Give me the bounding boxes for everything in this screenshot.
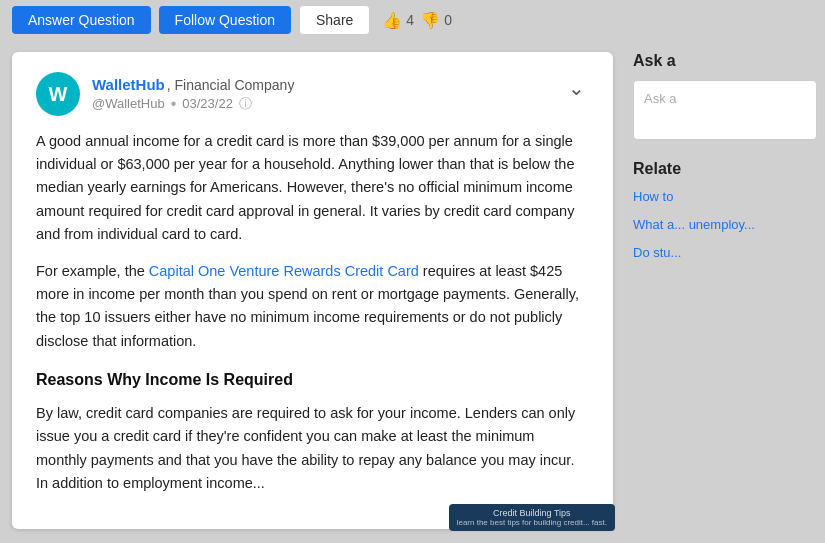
author-name[interactable]: WalletHub: [92, 76, 165, 93]
credit-badge-line1: Credit Building Tips: [493, 508, 571, 518]
capital-one-link[interactable]: Capital One Venture Rewards Credit Card: [149, 263, 419, 279]
credit-badge-line2: learn the best tips for building credit.…: [457, 518, 607, 527]
thumbs-up-icon: 👍: [382, 11, 402, 30]
info-icon[interactable]: ⓘ: [239, 95, 252, 113]
follow-question-button[interactable]: Follow Question: [159, 6, 291, 34]
author-handle[interactable]: @WalletHub: [92, 96, 165, 111]
credit-badge: Credit Building Tips learn the best tips…: [449, 504, 615, 531]
main-area: W WalletHub , Financial Company @WalletH…: [0, 40, 825, 543]
center-panel: W WalletHub , Financial Company @WalletH…: [0, 40, 625, 543]
thumbs-down-icon: 👎: [420, 11, 440, 30]
answer-author: W WalletHub , Financial Company @WalletH…: [36, 72, 294, 116]
chevron-down-icon: ⌄: [568, 77, 585, 99]
author-company: , Financial Company: [167, 77, 295, 93]
dot-separator: •: [171, 95, 177, 113]
upvote-count: 4: [406, 12, 414, 28]
downvote-count: 0: [444, 12, 452, 28]
author-info: WalletHub , Financial Company @WalletHub…: [92, 76, 294, 113]
related-title: Relate: [633, 160, 817, 178]
answer-paragraph-3: By law, credit card companies are requir…: [36, 402, 589, 495]
toolbar: Answer Question Follow Question Share 👍 …: [0, 0, 825, 40]
vote-section: 👍 4 👎 0: [382, 11, 452, 30]
reasons-heading: Reasons Why Income Is Required: [36, 367, 589, 393]
related-link-2[interactable]: Do stu...: [633, 244, 817, 262]
answer-paragraph-1: A good annual income for a credit card i…: [36, 130, 589, 246]
collapse-button[interactable]: ⌄: [564, 72, 589, 104]
share-button[interactable]: Share: [299, 5, 370, 35]
answer-card: W WalletHub , Financial Company @WalletH…: [12, 52, 613, 529]
author-date: 03/23/22: [182, 96, 233, 111]
upvote-button[interactable]: 👍 4: [382, 11, 414, 30]
ask-section-title: Ask a: [633, 52, 817, 70]
related-link-1[interactable]: What a... unemploy...: [633, 216, 817, 234]
answer-paragraph-2: For example, the Capital One Venture Rew…: [36, 260, 589, 353]
related-section: Relate How to What a... unemploy... Do s…: [633, 160, 817, 263]
right-sidebar: Ask a Ask a Relate How to What a... unem…: [625, 40, 825, 543]
related-link-0[interactable]: How to: [633, 188, 817, 206]
answer-body: A good annual income for a credit card i…: [36, 130, 589, 495]
ask-input-box[interactable]: Ask a: [633, 80, 817, 140]
avatar: W: [36, 72, 80, 116]
answer-question-button[interactable]: Answer Question: [12, 6, 151, 34]
author-handle-row: @WalletHub • 03/23/22 ⓘ: [92, 95, 294, 113]
paragraph2-before: For example, the: [36, 263, 149, 279]
downvote-button[interactable]: 👎 0: [420, 11, 452, 30]
answer-header: W WalletHub , Financial Company @WalletH…: [36, 72, 589, 116]
